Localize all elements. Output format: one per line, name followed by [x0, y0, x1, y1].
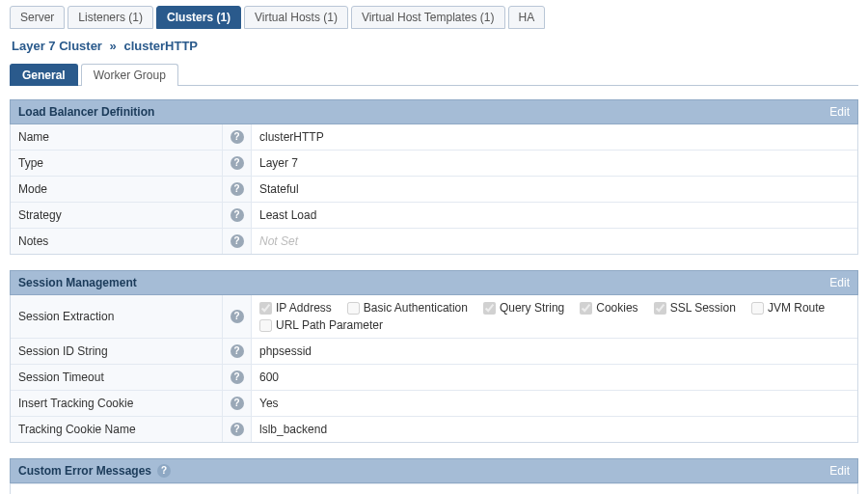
- sub-tabs: General Worker Group: [10, 63, 858, 86]
- panel-header-definition: Load Balancer Definition Edit: [10, 99, 858, 124]
- value-session-id-string: phpsessid: [252, 339, 857, 364]
- value-session-timeout: 600: [252, 365, 857, 390]
- help-icon[interactable]: ?: [231, 234, 244, 248]
- session-extraction-option[interactable]: IP Address: [259, 301, 332, 315]
- help-icon[interactable]: ?: [231, 130, 244, 144]
- panel-title-errors: Custom Error Messages: [18, 464, 151, 478]
- breadcrumb-part1[interactable]: Layer 7 Cluster: [12, 39, 102, 53]
- panel-title-definition: Load Balancer Definition: [18, 105, 154, 119]
- value-mode: Stateful: [252, 177, 857, 202]
- label-tracking-cookie-name: Tracking Cookie Name: [11, 417, 223, 442]
- tab-virtual-host-templates[interactable]: Virtual Host Templates (1): [351, 6, 505, 29]
- value-strategy: Least Load: [252, 203, 857, 228]
- session-extraction-checkbox[interactable]: [259, 319, 272, 332]
- row-tracking-cookie-name: Tracking Cookie Name ? lslb_backend: [11, 416, 857, 442]
- breadcrumb-sep: »: [110, 39, 117, 53]
- value-insert-tracking-cookie: Yes: [252, 391, 857, 416]
- panel-body-definition: Name ? clusterHTTP Type ? Layer 7 Mode ?…: [10, 124, 858, 255]
- session-extraction-label: Cookies: [596, 301, 637, 315]
- help-icon[interactable]: ?: [231, 370, 244, 384]
- value-session-extraction: IP AddressBasic AuthenticationQuery Stri…: [252, 295, 857, 338]
- session-extraction-label: URL Path Parameter: [276, 318, 383, 332]
- session-extraction-label: Query String: [500, 301, 564, 315]
- panel-title-session: Session Management: [18, 276, 137, 289]
- session-extraction-checkbox[interactable]: [654, 302, 666, 315]
- subtab-worker-group[interactable]: Worker Group: [81, 64, 178, 86]
- subtab-general[interactable]: General: [10, 64, 78, 86]
- row-notes: Notes ? Not Set: [11, 228, 857, 254]
- session-extraction-checkbox[interactable]: [580, 302, 592, 315]
- value-notes: Not Set: [252, 229, 857, 254]
- tab-server[interactable]: Server: [10, 6, 65, 29]
- tab-clusters[interactable]: Clusters (1): [156, 6, 241, 29]
- row-session-timeout: Session Timeout ? 600: [11, 364, 857, 390]
- panel-session-management: Session Management Edit Session Extracti…: [10, 270, 858, 443]
- row-insert-tracking-cookie: Insert Tracking Cookie ? Yes: [11, 390, 857, 416]
- help-icon[interactable]: ?: [231, 423, 244, 436]
- panel-header-errors: Custom Error Messages ? Edit: [10, 458, 858, 483]
- row-mode: Mode ? Stateful: [11, 176, 857, 202]
- label-type: Type: [11, 151, 223, 176]
- label-session-id-string: Session ID String: [11, 339, 223, 364]
- row-session-extraction: Session Extraction ? IP AddressBasic Aut…: [11, 295, 857, 338]
- edit-link-errors[interactable]: Edit: [829, 464, 850, 478]
- panel-body-errors: Not Set: [10, 483, 858, 494]
- breadcrumb-part2: clusterHTTP: [123, 39, 198, 53]
- session-extraction-checkbox[interactable]: [483, 302, 496, 315]
- label-session-extraction: Session Extraction: [11, 295, 223, 338]
- value-errors-notset: Not Set: [11, 483, 857, 494]
- row-strategy: Strategy ? Least Load: [11, 202, 857, 228]
- session-extraction-checkbox[interactable]: [751, 302, 764, 315]
- row-session-id-string: Session ID String ? phpsessid: [11, 338, 857, 364]
- label-insert-tracking-cookie: Insert Tracking Cookie: [11, 391, 223, 416]
- label-session-timeout: Session Timeout: [11, 365, 223, 390]
- value-tracking-cookie-name: lslb_backend: [252, 417, 857, 442]
- session-extraction-label: Basic Authentication: [364, 301, 468, 315]
- help-icon[interactable]: ?: [231, 156, 244, 170]
- panel-header-session: Session Management Edit: [10, 270, 858, 295]
- tab-ha[interactable]: HA: [508, 6, 546, 29]
- session-extraction-option[interactable]: JVM Route: [751, 301, 825, 315]
- session-extraction-option[interactable]: Query String: [483, 301, 564, 315]
- label-strategy: Strategy: [11, 203, 223, 228]
- session-extraction-checkbox[interactable]: [347, 302, 360, 315]
- row-type: Type ? Layer 7: [11, 150, 857, 176]
- label-mode: Mode: [11, 177, 223, 202]
- session-extraction-option[interactable]: URL Path Parameter: [259, 318, 383, 332]
- label-notes: Notes: [11, 229, 223, 254]
- value-name: clusterHTTP: [252, 124, 857, 150]
- panel-body-session: Session Extraction ? IP AddressBasic Aut…: [10, 295, 858, 443]
- top-tabs: Server Listeners (1) Clusters (1) Virtua…: [10, 6, 858, 29]
- session-extraction-checkbox[interactable]: [259, 302, 272, 315]
- tab-virtual-hosts[interactable]: Virtual Hosts (1): [244, 6, 348, 29]
- help-icon[interactable]: ?: [231, 344, 244, 358]
- edit-link-definition[interactable]: Edit: [829, 105, 850, 119]
- session-extraction-label: JVM Route: [768, 301, 825, 315]
- help-icon[interactable]: ?: [231, 208, 244, 222]
- breadcrumb: Layer 7 Cluster » clusterHTTP: [12, 39, 858, 53]
- help-icon[interactable]: ?: [157, 464, 171, 478]
- label-name: Name: [11, 124, 223, 150]
- panel-custom-error-messages: Custom Error Messages ? Edit Not Set: [10, 458, 858, 494]
- session-extraction-option[interactable]: Cookies: [580, 301, 637, 315]
- help-icon[interactable]: ?: [231, 397, 244, 410]
- help-icon[interactable]: ?: [231, 310, 244, 323]
- help-icon[interactable]: ?: [231, 182, 244, 196]
- value-type: Layer 7: [252, 151, 857, 176]
- session-extraction-label: SSL Session: [670, 301, 736, 315]
- session-extraction-option[interactable]: Basic Authentication: [347, 301, 468, 315]
- session-extraction-label: IP Address: [276, 301, 332, 315]
- edit-link-session[interactable]: Edit: [829, 276, 850, 289]
- tab-listeners[interactable]: Listeners (1): [68, 6, 153, 29]
- panel-load-balancer-definition: Load Balancer Definition Edit Name ? clu…: [10, 99, 858, 255]
- session-extraction-option[interactable]: SSL Session: [654, 301, 736, 315]
- row-name: Name ? clusterHTTP: [11, 124, 857, 150]
